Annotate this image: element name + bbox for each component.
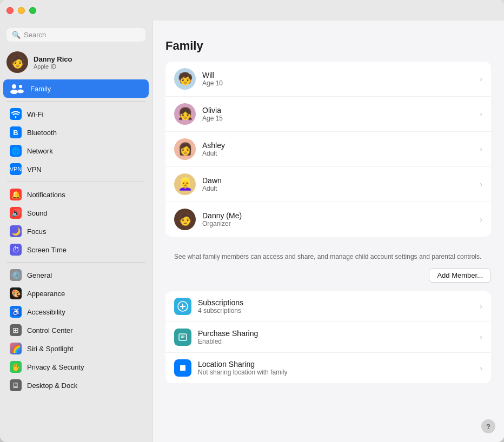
appearance-icon: 🎨 bbox=[10, 287, 22, 299]
member-info-dawn: Dawn Adult bbox=[202, 176, 473, 192]
member-info-ashley: Ashley Adult bbox=[202, 141, 473, 157]
member-sub-olivia: Age 15 bbox=[202, 115, 473, 122]
chevron-icon-subscriptions: › bbox=[480, 302, 482, 311]
location-icon bbox=[174, 359, 191, 377]
service-row-location[interactable]: Location Sharing Not sharing location wi… bbox=[165, 353, 491, 383]
service-sub-location: Not sharing location with family bbox=[198, 369, 473, 376]
chevron-icon-danny: › bbox=[480, 215, 482, 224]
sidebar-item-family[interactable]: Family bbox=[3, 79, 149, 98]
services-card: Subscriptions 4 subscriptions › Purchas bbox=[165, 291, 491, 383]
sidebar-item-accessibility[interactable]: ♿ Accessibility bbox=[3, 303, 149, 321]
sidebar-item-sound[interactable]: 🔊 Sound bbox=[3, 204, 149, 222]
avatar-ashley: 👩 bbox=[174, 138, 196, 160]
purchase-icon bbox=[174, 329, 191, 346]
sidebar-item-label-vpn: VPN bbox=[27, 165, 42, 173]
service-sub-purchase: Enabled bbox=[198, 338, 473, 345]
chevron-icon-will: › bbox=[480, 75, 482, 83]
chevron-icon-dawn: › bbox=[480, 180, 482, 189]
sidebar-item-appearance[interactable]: 🎨 Appearance bbox=[3, 284, 149, 303]
sidebar-item-notifications[interactable]: 🔔 Notifications bbox=[3, 185, 149, 204]
sidebar-item-general[interactable]: ⚙️ General bbox=[3, 266, 149, 284]
sidebar-item-vpn[interactable]: VPN VPN bbox=[3, 160, 149, 178]
member-name-ashley: Ashley bbox=[202, 141, 473, 150]
sidebar-item-privacy[interactable]: ✋ Privacy & Security bbox=[3, 358, 149, 376]
sidebar-item-focus[interactable]: 🌙 Focus bbox=[3, 222, 149, 240]
sidebar-item-desktop[interactable]: 🖥 Desktop & Dock bbox=[3, 376, 149, 394]
sidebar-item-label-notifications: Notifications bbox=[27, 191, 65, 199]
sidebar-item-label-focus: Focus bbox=[27, 227, 46, 236]
svg-point-2 bbox=[10, 90, 18, 94]
wifi-icon bbox=[10, 108, 22, 120]
family-members-card: 🧒 Will Age 10 › 👧 Olivia Age 15 bbox=[165, 62, 491, 237]
description-text: See what family members can access and s… bbox=[165, 245, 491, 268]
sidebar-item-label-wifi: Wi-Fi bbox=[27, 110, 43, 118]
sidebar-item-label-desktop: Desktop & Dock bbox=[27, 381, 77, 390]
member-row-will[interactable]: 🧒 Will Age 10 › bbox=[165, 62, 491, 97]
chevron-icon-ashley: › bbox=[480, 145, 482, 153]
vpn-icon: VPN bbox=[10, 163, 22, 175]
service-name-location: Location Sharing bbox=[198, 360, 473, 369]
sidebar-item-label-accessibility: Accessibility bbox=[27, 308, 65, 316]
user-profile[interactable]: 🧑 Danny Rico Apple ID bbox=[0, 48, 152, 76]
sidebar-item-bluetooth[interactable]: B Bluetooth bbox=[3, 123, 149, 142]
desktop-icon: 🖥 bbox=[10, 379, 22, 391]
close-button[interactable] bbox=[6, 7, 14, 14]
chevron-icon-purchase: › bbox=[480, 333, 482, 341]
add-member-button[interactable]: Add Member... bbox=[429, 268, 491, 283]
sidebar-item-label-bluetooth: Bluetooth bbox=[27, 129, 57, 137]
svg-rect-7 bbox=[179, 334, 187, 340]
main-content: Family 🧒 Will Age 10 › 👧 bbox=[152, 0, 504, 442]
search-box[interactable]: 🔍 Search bbox=[6, 28, 145, 42]
member-info-danny: Danny (Me) Organizer bbox=[202, 211, 473, 227]
sidebar-item-siri[interactable]: 🌈 Siri & Spotlight bbox=[3, 339, 149, 358]
sidebar-item-label-siri: Siri & Spotlight bbox=[27, 345, 73, 353]
sidebar-divider-3 bbox=[6, 262, 145, 263]
general-icon: ⚙️ bbox=[10, 269, 22, 281]
member-row-dawn[interactable]: 👱‍♀️ Dawn Adult › bbox=[165, 167, 491, 202]
member-info-olivia: Olivia Age 15 bbox=[202, 106, 473, 122]
search-icon: 🔍 bbox=[12, 31, 21, 39]
search-container: 🔍 Search bbox=[0, 28, 152, 48]
help-button[interactable]: ? bbox=[481, 419, 495, 433]
service-name-purchase: Purchase Sharing bbox=[198, 329, 473, 338]
avatar: 🧑 bbox=[6, 51, 28, 73]
controlcenter-icon: ⊞ bbox=[10, 324, 22, 336]
chevron-icon-olivia: › bbox=[480, 110, 482, 118]
sidebar-item-wifi[interactable]: Wi-Fi bbox=[3, 105, 149, 123]
sidebar-item-controlcenter[interactable]: ⊞ Control Center bbox=[3, 321, 149, 339]
service-row-subscriptions[interactable]: Subscriptions 4 subscriptions › bbox=[165, 291, 491, 322]
sidebar-divider-2 bbox=[6, 182, 145, 182]
member-sub-dawn: Adult bbox=[202, 185, 473, 192]
page-title: Family bbox=[165, 39, 491, 53]
service-row-purchase[interactable]: Purchase Sharing Enabled › bbox=[165, 322, 491, 353]
svg-point-1 bbox=[19, 85, 22, 88]
sound-icon: 🔊 bbox=[10, 207, 22, 219]
maximize-button[interactable] bbox=[29, 7, 36, 14]
member-name-dawn: Dawn bbox=[202, 176, 473, 185]
privacy-icon: ✋ bbox=[10, 361, 22, 373]
avatar-danny: 🧑 bbox=[174, 209, 196, 230]
siri-icon: 🌈 bbox=[10, 343, 22, 354]
search-input[interactable]: Search bbox=[24, 31, 46, 39]
sidebar-item-label-screentime: Screen Time bbox=[27, 246, 67, 254]
service-sub-subscriptions: 4 subscriptions bbox=[198, 307, 473, 314]
user-info: Danny Rico Apple ID bbox=[34, 55, 72, 70]
member-name-danny: Danny (Me) bbox=[202, 211, 473, 220]
minimize-button[interactable] bbox=[18, 7, 25, 14]
avatar-dawn: 👱‍♀️ bbox=[174, 173, 196, 195]
sidebar-item-label-appearance: Appearance bbox=[27, 290, 65, 298]
avatar-will: 🧒 bbox=[174, 68, 196, 90]
network-icon: 🌐 bbox=[10, 145, 22, 157]
member-sub-danny: Organizer bbox=[202, 220, 473, 227]
member-row-ashley[interactable]: 👩 Ashley Adult › bbox=[165, 132, 491, 167]
sidebar-item-network[interactable]: 🌐 Network bbox=[3, 142, 149, 160]
sidebar-divider-1 bbox=[6, 101, 145, 102]
member-row-olivia[interactable]: 👧 Olivia Age 15 › bbox=[165, 97, 491, 132]
notifications-icon: 🔔 bbox=[10, 189, 22, 200]
member-name-olivia: Olivia bbox=[202, 106, 473, 115]
add-member-row: Add Member... bbox=[165, 268, 491, 291]
sidebar-item-label-controlcenter: Control Center bbox=[27, 326, 73, 334]
sidebar-item-label-general: General bbox=[27, 271, 52, 279]
sidebar-item-screentime[interactable]: ⏱ Screen Time bbox=[3, 240, 149, 259]
member-row-danny[interactable]: 🧑 Danny (Me) Organizer › bbox=[165, 202, 491, 237]
